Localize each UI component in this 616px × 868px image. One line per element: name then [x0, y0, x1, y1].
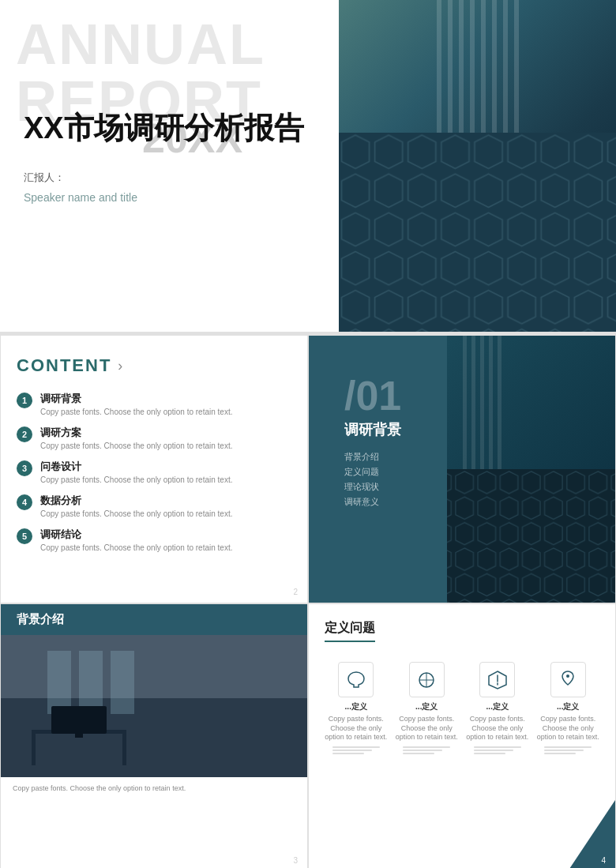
bg-intro-header: 背景介绍 — [1, 604, 307, 635]
define-icon-2: ...定义 Copy paste fonts. Choose the only … — [396, 662, 459, 756]
toc-title-5: 调研结论 — [40, 528, 291, 542]
toc-title-3: 问卷设计 — [40, 460, 291, 474]
icon-label-2: ...定义 — [415, 701, 438, 712]
icon-desc-1: Copy paste fonts. Choose the only option… — [325, 715, 388, 742]
slides-grid: CONTENT › 1 调研背景 Copy paste fonts. Choos… — [0, 335, 616, 868]
title-line1: XX市场 — [24, 111, 124, 145]
toc-num-3: 3 — [17, 460, 32, 476]
line-c — [332, 753, 364, 754]
icon-box-4 — [550, 662, 586, 697]
toc-title-4: 数据分析 — [40, 494, 291, 508]
toc-title-1: 调研背景 — [40, 392, 291, 406]
toc-item-3: 3 问卷设计 Copy paste fonts. Choose the only… — [17, 460, 291, 484]
toc-content-1: 调研背景 Copy paste fonts. Choose the only o… — [40, 392, 291, 416]
bg-intro-image — [1, 635, 307, 777]
toc-item-4: 4 数据分析 Copy paste fonts. Choose the only… — [17, 494, 291, 518]
toc-desc-4: Copy paste fonts. Choose the only option… — [40, 509, 291, 518]
section-item-2: 定义问题 — [344, 466, 580, 478]
toc-desc-3: Copy paste fonts. Choose the only option… — [40, 475, 291, 484]
svg-rect-8 — [47, 651, 71, 714]
bg-intro-footer: Copy paste fonts. Choose the only option… — [1, 777, 307, 800]
toc-desc-1: Copy paste fonts. Choose the only option… — [40, 408, 291, 416]
section-number: /01 — [344, 375, 580, 416]
icon-lines-2 — [403, 746, 450, 756]
svg-rect-9 — [79, 651, 103, 714]
line-c3 — [474, 753, 505, 754]
slide-define-problems: 定义问题 ...定义 Copy paste fonts. Choose the … — [308, 603, 616, 868]
slide-background-intro: 背景介绍 Copy paste fonts. Choose the only o… — [0, 603, 308, 868]
define-problems-title: 定义问题 — [325, 620, 375, 642]
speaker-name: Speaker name and title — [24, 191, 315, 204]
svg-rect-2 — [339, 133, 616, 332]
toc-num-2: 2 — [17, 426, 32, 442]
icon-lines-1 — [332, 746, 380, 756]
line-b3 — [474, 750, 513, 751]
toc-item-2: 2 调研方案 Copy paste fonts. Choose the only… — [17, 426, 291, 450]
icon-desc-3: Copy paste fonts. Choose the only option… — [466, 715, 529, 742]
define-icon-3: ...定义 Copy paste fonts. Choose the only … — [466, 662, 529, 756]
line-b — [332, 750, 372, 751]
define-icon-1: ...定义 Copy paste fonts. Choose the only … — [325, 662, 388, 756]
toc-title-2: 调研方案 — [40, 426, 291, 440]
cover-image — [339, 0, 616, 332]
content-header: CONTENT › — [17, 355, 291, 376]
section-item-1: 背景介绍 — [344, 451, 580, 463]
reporter-section: 汇报人： Speaker name and title — [24, 171, 315, 204]
line-b4 — [544, 750, 584, 751]
toc-num-5: 5 — [17, 528, 32, 544]
line-a4 — [544, 746, 592, 748]
page-num-2: 2 — [293, 588, 298, 596]
icon-label-4: ...定义 — [557, 701, 579, 712]
line-a3 — [474, 746, 521, 748]
toc-content-5: 调研结论 Copy paste fonts. Choose the only o… — [40, 528, 291, 552]
toc-num-4: 4 — [17, 494, 32, 510]
svg-rect-14 — [51, 706, 107, 734]
toc-num-1: 1 — [17, 393, 32, 408]
content-label: CONTENT — [17, 355, 111, 376]
reporter-label: 汇报人： — [24, 171, 315, 185]
line-b2 — [403, 750, 442, 751]
toc-desc-5: Copy paste fonts. Choose the only option… — [40, 543, 291, 552]
page-num-5: 4 — [601, 856, 606, 865]
line-a2 — [403, 746, 450, 748]
toc-desc-2: Copy paste fonts. Choose the only option… — [40, 442, 291, 450]
svg-point-19 — [566, 674, 569, 678]
toc-content-4: 数据分析 Copy paste fonts. Choose the only o… — [40, 494, 291, 518]
line-c2 — [403, 753, 434, 754]
section-items-list: 背景介绍 定义问题 理论现状 调研意义 — [344, 451, 580, 508]
content-arrow-icon: › — [118, 358, 122, 374]
icon-lines-4 — [544, 746, 592, 756]
define-icons-grid: ...定义 Copy paste fonts. Choose the only … — [325, 662, 599, 756]
toc-item-1: 1 调研背景 Copy paste fonts. Choose the only… — [17, 392, 291, 416]
section-title: 调研背景 — [344, 420, 580, 439]
define-icon-4: ...定义 Copy paste fonts. Choose the only … — [537, 662, 600, 756]
title-line2: 调研分析报告 — [124, 111, 304, 145]
arch-lines-pattern — [339, 0, 616, 332]
teal-corner-triangle — [568, 800, 615, 868]
svg-rect-13 — [122, 734, 126, 765]
arch-image — [339, 0, 616, 332]
toc-item-5: 5 调研结论 Copy paste fonts. Choose the only… — [17, 528, 291, 552]
line-a — [332, 746, 380, 748]
icon-label-3: ...定义 — [486, 701, 509, 712]
icon-box-1 — [338, 662, 374, 697]
svg-rect-12 — [32, 734, 36, 765]
slide-cover: ANNUAL REPORT 20XX XX市场调研分析报告 汇报人： Speak… — [0, 0, 616, 332]
slide-section-01: /01 调研背景 背景介绍 定义问题 理论现状 调研意义 — [308, 335, 616, 603]
toc-content-2: 调研方案 Copy paste fonts. Choose the only o… — [40, 426, 291, 450]
icon-box-2 — [409, 662, 445, 697]
icon-label-1: ...定义 — [345, 701, 367, 712]
line-c4 — [544, 753, 576, 754]
icon-desc-2: Copy paste fonts. Choose the only option… — [396, 715, 459, 742]
icon-desc-4: Copy paste fonts. Choose the only option… — [537, 715, 600, 742]
section-item-3: 理论现状 — [344, 481, 580, 493]
hex-grid — [339, 133, 616, 332]
page-num-4: 3 — [293, 856, 298, 865]
section-item-4: 调研意义 — [344, 496, 580, 508]
icon-lines-3 — [474, 746, 521, 756]
svg-rect-7 — [1, 698, 307, 777]
svg-rect-15 — [75, 734, 83, 738]
toc-content-3: 问卷设计 Copy paste fonts. Choose the only o… — [40, 460, 291, 484]
svg-rect-10 — [111, 651, 134, 714]
icon-box-3 — [479, 662, 515, 697]
